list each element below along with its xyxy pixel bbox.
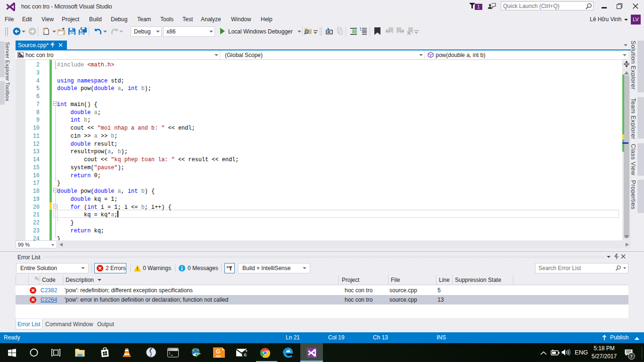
svg-text:7: 7 xyxy=(630,354,633,359)
svg-text:C:\_: C:\_ xyxy=(169,349,174,351)
svg-text:PDF: PDF xyxy=(216,355,221,358)
svg-text:6: 6 xyxy=(244,352,247,357)
svg-text:G: G xyxy=(216,348,220,355)
